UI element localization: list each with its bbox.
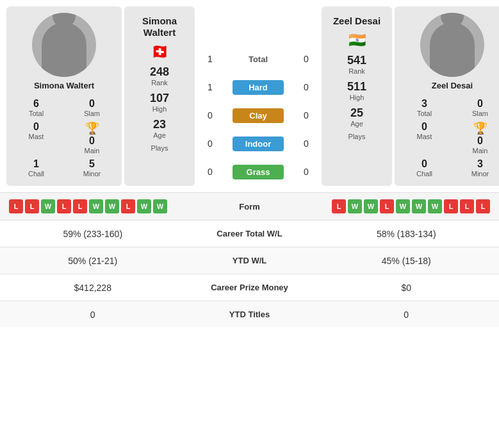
p1-hard-val: 1 (197, 82, 223, 92)
form-label: Form (224, 202, 275, 212)
player2-chall: 0 Chall (400, 158, 449, 178)
player2-trophy: 🏆 0 Main (455, 121, 499, 154)
player1-total: 6 Total (12, 98, 61, 117)
stats-p2-val: 58% (183-134) (314, 224, 500, 244)
form-badge-p2: W (396, 199, 410, 213)
stats-row: $412,228 Career Prize Money $0 (0, 274, 499, 301)
form-badge-p1: W (137, 199, 151, 213)
player1-info-card: Simona Waltert 🇨🇭 248 Rank 107 High 23 A… (124, 6, 195, 186)
player2-mast: 0 Mast (400, 121, 449, 154)
stats-p2-val: 45% (15-18) (314, 251, 500, 271)
form-badge-p1: L (9, 199, 23, 213)
p2-total-val: 0 (293, 54, 319, 64)
clay-badge: Clay (233, 108, 284, 123)
p2-grass-val: 0 (293, 167, 319, 177)
player2-info-card: Zeel Desai 🇮🇳 541 Rank 511 High 25 Age P… (322, 6, 392, 186)
stats-p1-val: 50% (21-21) (0, 251, 186, 271)
form-badge-p2: L (332, 199, 346, 213)
p1-total-val: 1 (197, 54, 223, 64)
stats-p2-val: 0 (314, 304, 500, 325)
stats-label: YTD W/L (186, 251, 314, 270)
form-badge-p2: L (380, 199, 394, 213)
clay-label-wrap: Clay (223, 108, 293, 123)
form-badge-p1: L (57, 199, 71, 213)
grass-label-wrap: Grass (223, 165, 293, 179)
player1-form-badges: LLWLLWWLWW (9, 199, 167, 213)
player1-name-top: Simona Waltert (131, 15, 188, 38)
grass-row: 0 Grass 0 (197, 158, 319, 186)
form-badge-p1: W (153, 199, 167, 213)
player2-card: Zeel Desai 3 Total 0 Slam 0 Mast 🏆 0 Ma (395, 6, 499, 186)
form-badge-p2: L (444, 199, 458, 213)
stats-label: YTD Titles (186, 304, 314, 324)
form-badge-p1: L (121, 199, 135, 213)
p2-hard-val: 0 (293, 82, 319, 92)
player1-plays-block: Plays (151, 144, 168, 152)
stats-row: 50% (21-21) YTD W/L 45% (15-18) (0, 247, 499, 274)
player1-minor: 5 Minor (67, 158, 117, 178)
stats-label: Career Total W/L (186, 224, 314, 244)
form-badge-p2: W (412, 199, 426, 213)
trophy-icon: 🏆 (85, 121, 99, 135)
p1-grass-val: 0 (197, 167, 223, 177)
stats-row: 59% (233-160) Career Total W/L 58% (183-… (0, 220, 499, 247)
player2-rank-block: 541 Rank (347, 54, 366, 75)
form-badge-p2: L (476, 199, 490, 213)
p1-clay-val: 0 (197, 110, 223, 120)
player2-slam: 0 Slam (455, 98, 499, 117)
total-label-wrap: Total (223, 54, 293, 64)
player2-name-top: Zeel Desai (333, 15, 380, 27)
hard-label-wrap: Hard (223, 80, 293, 95)
total-row: 1 Total 0 (197, 45, 319, 73)
stats-label: Career Prize Money (186, 278, 314, 297)
p2-indoor-val: 0 (293, 138, 319, 149)
form-badge-p2: W (364, 199, 378, 213)
stats-table: 59% (233-160) Career Total W/L 58% (183-… (0, 220, 499, 328)
stats-row: 0 YTD Titles 0 (0, 301, 499, 328)
p2-clay-val: 0 (293, 110, 319, 120)
player2-plays-block: Plays (348, 133, 366, 140)
main-container: Simona Waltert 6 Total 0 Slam 0 Mast 🏆 0 (0, 0, 499, 328)
form-badge-p1: W (89, 199, 103, 213)
hard-badge: Hard (233, 80, 284, 95)
player2-form-badges: LWWLWWWLLL (332, 199, 490, 213)
top-section: Simona Waltert 6 Total 0 Slam 0 Mast 🏆 0 (0, 0, 499, 192)
form-badge-p1: L (25, 199, 39, 213)
form-badge-p1: W (105, 199, 119, 213)
player1-rank-block: 248 Rank (150, 65, 169, 87)
stats-p1-val: 0 (0, 304, 186, 325)
player1-flag: 🇨🇭 (151, 44, 168, 60)
form-badge-p2: W (428, 199, 442, 213)
player1-name: Simona Waltert (34, 81, 94, 90)
player1-age-block: 23 Age (153, 118, 166, 139)
form-badge-p2: L (460, 199, 474, 213)
player2-total: 3 Total (400, 98, 449, 117)
form-badge-p1: L (73, 199, 87, 213)
stats-p1-val: 59% (233-160) (0, 224, 186, 244)
p1-indoor-val: 0 (197, 138, 223, 149)
player2-avatar (420, 13, 484, 77)
player1-chall: 1 Chall (12, 158, 61, 178)
player2-age-block: 25 Age (350, 106, 363, 128)
player2-flag: 🇮🇳 (348, 32, 366, 49)
form-badge-p1: W (41, 199, 55, 213)
player1-high-block: 107 High (150, 92, 169, 113)
player1-trophy: 🏆 0 Main (67, 121, 117, 154)
player2-minor: 3 Minor (455, 158, 499, 178)
player1-slam: 0 Slam (67, 98, 117, 117)
form-section: LLWLLWWLWW Form LWWLWWWLLL (0, 192, 499, 220)
center-compare: 1 Total 0 1 Hard 0 0 Clay 0 (197, 6, 319, 186)
indoor-row: 0 Indoor 0 (197, 129, 319, 158)
trophy-icon-2: 🏆 (473, 121, 487, 135)
grass-badge: Grass (233, 165, 284, 179)
indoor-label-wrap: Indoor (223, 137, 293, 151)
form-badge-p2: W (348, 199, 362, 213)
player1-avatar (32, 13, 96, 77)
hard-row: 1 Hard 0 (197, 73, 319, 101)
total-label: Total (249, 54, 268, 64)
indoor-badge: Indoor (233, 137, 284, 151)
player1-card: Simona Waltert 6 Total 0 Slam 0 Mast 🏆 0 (6, 6, 122, 186)
player2-stats: 3 Total 0 Slam 0 Mast 🏆 0 Main 0 (400, 98, 499, 178)
player1-stats: 6 Total 0 Slam 0 Mast 🏆 0 Main 1 (12, 98, 117, 178)
player2-name: Zeel Desai (432, 81, 473, 90)
